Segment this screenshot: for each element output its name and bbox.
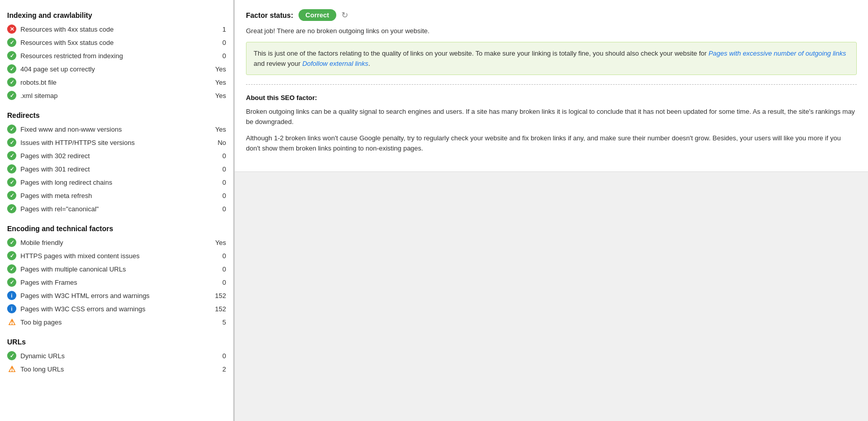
list-item[interactable]: ✓Pages with long redirect chains0 — [0, 176, 233, 189]
list-item[interactable]: iPages with W3C HTML errors and warnings… — [0, 289, 233, 302]
warning-icon: ⚠ — [7, 317, 16, 327]
factor-status-label: Factor status: — [246, 11, 293, 19]
item-label: Pages with 301 redirect — [20, 165, 211, 173]
item-value: 152 — [211, 292, 226, 300]
item-label: Fixed www and non-www versions — [20, 126, 211, 133]
list-item[interactable]: ✓Fixed www and non-www versionsYes — [0, 122, 233, 136]
item-value: 0 — [211, 165, 226, 173]
item-value: Yes — [211, 239, 226, 246]
item-value: 0 — [211, 265, 226, 273]
list-item[interactable]: ✓Resources restricted from indexing0 — [0, 49, 233, 62]
item-label: robots.bt file — [20, 79, 211, 86]
item-label: .xml sitemap — [20, 92, 211, 100]
item-value: 152 — [211, 305, 226, 313]
item-value: 2 — [211, 365, 226, 373]
section-title-3: URLs — [0, 333, 233, 349]
item-value: 5 — [211, 318, 226, 326]
list-item[interactable]: ✓Dynamic URLs0 — [0, 349, 233, 362]
success-message: Great job! There are no broken outgoing … — [246, 27, 857, 35]
info-box-link-1[interactable]: Pages with excessive number of outgoing … — [708, 49, 846, 57]
list-item[interactable]: ✓Pages with meta refresh0 — [0, 189, 233, 202]
item-label: Pages with rel="canonical" — [20, 205, 211, 213]
about-title: About this SEO factor: — [246, 94, 857, 102]
item-value: 0 — [211, 39, 226, 46]
info-box-text-1: This is just one of the factors relating… — [254, 49, 708, 57]
check-icon: ✓ — [7, 138, 16, 147]
item-label: Pages with meta refresh — [20, 192, 211, 200]
item-label: 404 page set up correctly — [20, 65, 211, 73]
list-item[interactable]: ✓HTTPS pages with mixed content issues0 — [0, 249, 233, 262]
item-label: Dynamic URLs — [20, 352, 211, 360]
list-item[interactable]: ✓Pages with multiple canonical URLs0 — [0, 262, 233, 276]
left-panel: Indexing and crawlability✕Resources with… — [0, 0, 235, 421]
item-label: Pages with W3C HTML errors and warnings — [20, 292, 211, 300]
factor-status-row: Factor status: Correct ↻ — [246, 9, 857, 21]
list-item[interactable]: ✓404 page set up correctlyYes — [0, 62, 233, 76]
check-icon: ✓ — [7, 64, 16, 73]
check-icon: ✓ — [7, 238, 16, 247]
status-badge: Correct — [299, 9, 336, 21]
section-title-1: Redirects — [0, 106, 233, 122]
warning-icon: ⚠ — [7, 364, 16, 374]
check-icon: ✓ — [7, 78, 16, 87]
list-item[interactable]: ✓Resources with 5xx status code0 — [0, 36, 233, 49]
info-box-link-2[interactable]: Dofollow external links — [302, 60, 368, 67]
item-label: Resources restricted from indexing — [20, 52, 211, 60]
item-value: No — [211, 139, 226, 146]
item-value: 0 — [211, 152, 226, 160]
list-item[interactable]: ✓Pages with Frames0 — [0, 276, 233, 289]
info-box-text-2: and review your — [254, 60, 302, 67]
info-box: This is just one of the factors relating… — [246, 42, 857, 75]
check-icon: ✓ — [7, 51, 16, 60]
list-item[interactable]: ⚠Too big pages5 — [0, 315, 233, 329]
item-label: HTTPS pages with mixed content issues — [20, 252, 211, 260]
list-item[interactable]: ✕Resources with 4xx status code1 — [0, 22, 233, 36]
item-label: Mobile friendly — [20, 239, 211, 246]
check-icon: ✓ — [7, 278, 16, 287]
item-label: Too big pages — [20, 318, 211, 326]
error-icon: ✕ — [7, 24, 16, 34]
about-para-2: Although 1-2 broken links won't cause Go… — [246, 133, 857, 154]
divider — [246, 84, 857, 85]
item-value: 0 — [211, 179, 226, 186]
item-label: Pages with Frames — [20, 279, 211, 286]
item-label: Issues with HTTP/HTTPS site versions — [20, 139, 211, 146]
section-title-2: Encoding and technical factors — [0, 219, 233, 236]
list-item[interactable]: ✓Mobile friendlyYes — [0, 236, 233, 249]
info-box-text-3: . — [368, 60, 370, 67]
item-label: Pages with multiple canonical URLs — [20, 265, 211, 273]
item-value: Yes — [211, 79, 226, 86]
item-value: 0 — [211, 52, 226, 60]
item-value: 0 — [211, 279, 226, 286]
item-label: Resources with 4xx status code — [20, 26, 211, 33]
check-icon: ✓ — [7, 91, 16, 100]
about-section: About this SEO factor: Broken outgoing l… — [246, 94, 857, 154]
list-item[interactable]: ✓robots.bt fileYes — [0, 76, 233, 89]
right-content: Factor status: Correct ↻ Great job! Ther… — [235, 0, 868, 172]
check-icon: ✓ — [7, 164, 16, 174]
item-value: Yes — [211, 126, 226, 133]
list-item[interactable]: ✓Issues with HTTP/HTTPS site versionsNo — [0, 136, 233, 149]
check-icon: ✓ — [7, 178, 16, 187]
list-item[interactable]: ✓Pages with 301 redirect0 — [0, 162, 233, 176]
item-value: 0 — [211, 192, 226, 200]
check-icon: ✓ — [7, 264, 16, 274]
check-icon: ✓ — [7, 191, 16, 200]
item-value: Yes — [211, 92, 226, 100]
check-icon: ✓ — [7, 125, 16, 134]
list-item[interactable]: ✓.xml sitemapYes — [0, 89, 233, 102]
list-item[interactable]: ⚠Too long URLs2 — [0, 362, 233, 376]
check-icon: ✓ — [7, 204, 16, 213]
list-item[interactable]: ✓Pages with rel="canonical"0 — [0, 202, 233, 215]
info-icon: i — [7, 304, 16, 313]
check-icon: ✓ — [7, 351, 16, 360]
refresh-icon[interactable]: ↻ — [341, 10, 348, 20]
list-item[interactable]: ✓Pages with 302 redirect0 — [0, 149, 233, 162]
item-value: 0 — [211, 252, 226, 260]
right-panel: Factor status: Correct ↻ Great job! Ther… — [235, 0, 868, 421]
item-label: Pages with 302 redirect — [20, 152, 211, 160]
list-item[interactable]: iPages with W3C CSS errors and warnings1… — [0, 302, 233, 315]
item-value: Yes — [211, 65, 226, 73]
item-value: 1 — [211, 26, 226, 33]
item-label: Pages with long redirect chains — [20, 179, 211, 186]
